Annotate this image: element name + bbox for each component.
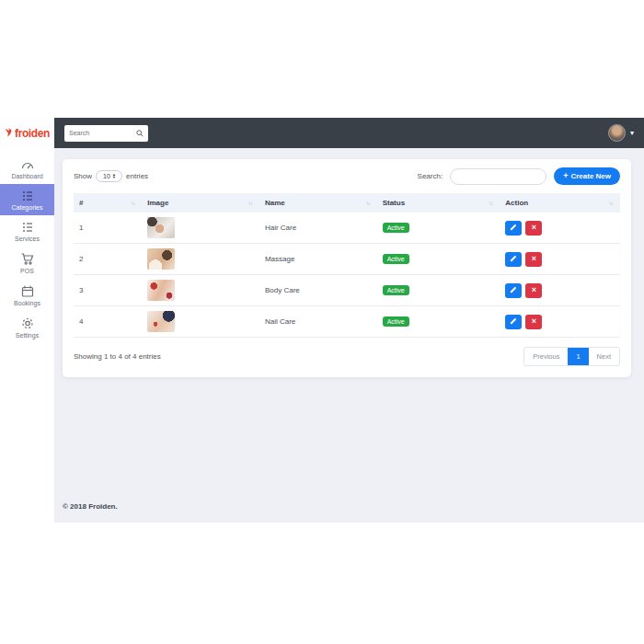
dashboard-icon xyxy=(20,158,35,171)
category-name: Hair Care xyxy=(259,213,377,244)
category-name: Body Care xyxy=(259,275,377,306)
x-icon: × xyxy=(532,224,536,232)
chevron-down-icon: ▾ xyxy=(630,130,634,137)
entries-summary: Showing 1 to 4 of 4 entries xyxy=(74,352,161,361)
table-footer: Showing 1 to 4 of 4 entries Previous 1 N… xyxy=(74,347,620,366)
sidebar-item-label: Categories xyxy=(12,204,43,211)
sort-icon: ↑↓ xyxy=(248,201,252,206)
row-number: 4 xyxy=(74,306,142,338)
delete-button[interactable]: × xyxy=(525,315,542,329)
category-name: Nail Care xyxy=(259,306,377,338)
app-window: froiden ▾ xyxy=(0,118,644,523)
pencil-icon xyxy=(511,256,517,262)
edit-button[interactable] xyxy=(505,221,522,236)
brand-name: froiden xyxy=(15,127,50,140)
sidebar-item-label: Bookings xyxy=(14,300,40,306)
pagination-page-1[interactable]: 1 xyxy=(568,348,588,365)
show-label: Show xyxy=(74,172,92,180)
category-name: Massage xyxy=(259,244,377,275)
delete-button[interactable]: × xyxy=(525,221,542,236)
sidebar: Dashboard Categories S xyxy=(0,148,54,523)
create-new-label: Create New xyxy=(570,172,611,180)
entries-label: entries xyxy=(126,172,148,180)
table-row: 2 Massage Active × xyxy=(74,244,620,275)
category-image xyxy=(147,217,175,238)
page-size-select[interactable]: 10 ▴▾ xyxy=(96,170,122,182)
pencil-icon xyxy=(511,224,517,231)
user-menu[interactable]: ▾ xyxy=(608,124,634,142)
row-number: 3 xyxy=(74,275,142,306)
status-badge: Active xyxy=(383,285,409,295)
column-header-action[interactable]: Action↑↓ xyxy=(500,193,620,213)
sidebar-item-services[interactable]: Services xyxy=(0,215,54,247)
select-arrows-icon: ▴▾ xyxy=(113,174,115,178)
column-header-status[interactable]: Status↑↓ xyxy=(377,193,500,213)
table-row: 1 Hair Care Active × xyxy=(74,213,620,244)
topbar-search-input[interactable] xyxy=(69,130,136,136)
x-icon: × xyxy=(532,255,536,263)
app-body: Dashboard Categories S xyxy=(0,148,644,523)
edit-button[interactable] xyxy=(505,283,522,298)
status-badge: Active xyxy=(383,254,409,264)
pagination-previous[interactable]: Previous xyxy=(524,348,568,365)
categories-table: #↑↓ Image↑↓ Name↑↓ Status↑↓ Action↑↓ 1 xyxy=(74,193,620,338)
search-label: Search: xyxy=(418,172,443,180)
app-header: froiden ▾ xyxy=(0,118,644,148)
delete-button[interactable]: × xyxy=(525,283,542,298)
pencil-icon xyxy=(511,318,517,325)
table-toolbar: Show 10 ▴▾ entries Search: + xyxy=(74,167,620,185)
categories-icon xyxy=(20,190,35,202)
status-badge: Active xyxy=(383,223,409,233)
table-header-row: #↑↓ Image↑↓ Name↑↓ Status↑↓ Action↑↓ xyxy=(74,193,620,213)
pagination: Previous 1 Next xyxy=(523,347,620,366)
plus-icon: + xyxy=(563,172,568,180)
pos-icon xyxy=(20,252,35,266)
status-badge: Active xyxy=(383,316,409,327)
froiden-bird-icon xyxy=(5,128,14,138)
bookings-icon xyxy=(20,284,35,298)
topbar-search xyxy=(64,125,148,142)
row-number: 1 xyxy=(74,213,142,244)
pencil-icon xyxy=(511,287,517,293)
sidebar-item-bookings[interactable]: Bookings xyxy=(0,279,54,311)
copyright-text: © 2018 Froiden. xyxy=(63,502,631,513)
column-header-name[interactable]: Name↑↓ xyxy=(259,193,377,213)
spacer xyxy=(63,377,631,502)
main-content: Show 10 ▴▾ entries Search: + xyxy=(54,148,644,523)
sort-icon: ↑↓ xyxy=(489,201,492,206)
table-search-input[interactable] xyxy=(450,168,546,185)
services-icon xyxy=(20,221,35,234)
sidebar-item-categories[interactable]: Categories xyxy=(0,184,54,215)
pagination-next[interactable]: Next xyxy=(589,348,619,365)
topbar: ▾ xyxy=(54,118,644,148)
sidebar-item-label: Settings xyxy=(16,332,39,339)
sidebar-item-label: Dashboard xyxy=(11,173,42,179)
screenshot-canvas: froiden ▾ xyxy=(0,0,644,644)
x-icon: × xyxy=(532,317,536,326)
sidebar-item-label: POS xyxy=(20,268,34,274)
sidebar-item-pos[interactable]: POS xyxy=(0,247,54,279)
sidebar-item-label: Services xyxy=(15,236,40,242)
row-number: 2 xyxy=(74,244,142,275)
edit-button[interactable] xyxy=(505,252,522,267)
x-icon: × xyxy=(532,286,536,294)
table-row: 4 Nail Care Active × xyxy=(74,306,620,338)
sort-icon: ↑↓ xyxy=(131,201,134,206)
category-image xyxy=(147,248,175,270)
column-header-number[interactable]: #↑↓ xyxy=(74,193,142,213)
show-entries-control: Show 10 ▴▾ entries xyxy=(74,170,148,182)
avatar[interactable] xyxy=(608,124,626,142)
column-header-image[interactable]: Image↑↓ xyxy=(142,193,259,213)
categories-card: Show 10 ▴▾ entries Search: + xyxy=(63,159,631,377)
edit-button[interactable] xyxy=(505,315,522,329)
table-row: 3 Body Care Active × xyxy=(74,275,620,306)
delete-button[interactable]: × xyxy=(525,252,542,267)
brand-logo[interactable]: froiden xyxy=(0,118,54,148)
sidebar-item-dashboard[interactable]: Dashboard xyxy=(0,153,54,184)
sort-icon: ↑↓ xyxy=(366,201,370,206)
toolbar-right: Search: + Create New xyxy=(418,167,620,185)
sidebar-item-settings[interactable]: Settings xyxy=(0,311,54,343)
sort-icon: ↑↓ xyxy=(609,201,613,206)
create-new-button[interactable]: + Create New xyxy=(554,167,620,185)
page-size-value: 10 xyxy=(103,173,110,179)
